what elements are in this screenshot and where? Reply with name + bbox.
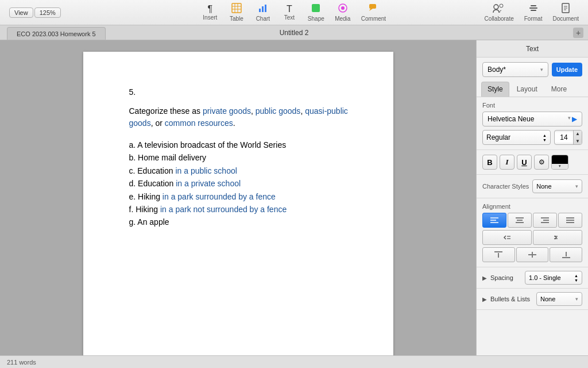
char-styles-row: Character Styles None ▾ [482, 179, 582, 193]
color-bottom: ▾ [552, 164, 568, 169]
panel-header: Text [477, 40, 588, 57]
alignment-grid [482, 213, 582, 262]
bold-button[interactable]: B [482, 155, 497, 170]
svg-rect-11 [369, 4, 376, 9]
text-icon: T [287, 5, 292, 14]
list-item: f. Hiking in a park not surrounded by a … [129, 203, 359, 216]
chevron-down-icon: ▾ [540, 67, 543, 72]
spacing-label: Spacing [490, 274, 513, 281]
update-button[interactable]: Update [552, 63, 582, 76]
list-item: a. A television broadcast of the World S… [129, 139, 359, 151]
shape-icon [311, 3, 321, 15]
sub-tabs: Style Layout More [477, 82, 588, 97]
spacing-section[interactable]: ▶ Spacing 1.0 - Single ▲ ▼ [477, 267, 588, 289]
list-item: b. Home mail delivery [129, 151, 359, 164]
text-options-button[interactable]: ⚙ [534, 155, 549, 170]
shape-label: Shape [308, 16, 324, 22]
collaborate-icon [493, 3, 505, 15]
bullets-label: Bullets & Lists [490, 296, 530, 302]
insert-button[interactable]: ¶ Insert [198, 3, 223, 22]
comment-icon [368, 3, 378, 15]
font-expand-btn[interactable]: ▶ [572, 115, 577, 123]
font-size-up-btn[interactable]: ▲ [574, 130, 582, 137]
document-area[interactable]: 5. Categorize these as private goods, pu… [0, 40, 476, 355]
vertical-middle-button[interactable] [516, 247, 549, 262]
stepper-icon: ▲ ▼ [543, 133, 547, 142]
comment-button[interactable]: Comment [357, 1, 390, 24]
chart-label: Chart [256, 16, 270, 22]
vertical-bottom-button[interactable] [550, 247, 582, 262]
media-button[interactable]: Media [330, 1, 355, 24]
collaborate-button[interactable]: Collaborate [480, 1, 519, 24]
font-section-label: Font [482, 102, 582, 109]
char-styles-dropdown[interactable]: None ▾ [532, 179, 582, 193]
toolbar-left: View 125% [5, 7, 148, 18]
insert-label: Insert [203, 14, 217, 21]
svg-point-10 [341, 6, 345, 10]
table-icon [231, 3, 242, 15]
view-zoom-group: View 125% [5, 7, 65, 18]
svg-rect-7 [265, 5, 266, 12]
page-content[interactable]: 5. Categorize these as private goods, pu… [129, 86, 359, 229]
svg-rect-15 [529, 7, 537, 9]
font-style-dropdown[interactable]: Regular ▲ ▼ [482, 130, 551, 145]
align-row-1 [482, 213, 582, 228]
font-name-dropdown[interactable]: Helvetica Neue ▾ ▶ [482, 112, 582, 126]
font-style-size-row: Regular ▲ ▼ ▲ ▼ [482, 130, 582, 145]
italic-button[interactable]: I [500, 155, 514, 170]
toolbar-right: Collaborate Format [440, 1, 583, 24]
table-button[interactable]: Table [224, 1, 249, 24]
insert-icon: ¶ [208, 5, 213, 14]
zoom-button[interactable]: 125% [34, 7, 61, 18]
align-center-button[interactable] [508, 213, 532, 228]
underline-button[interactable]: U [517, 155, 532, 170]
font-size-stepper[interactable]: ▲ ▼ [573, 130, 582, 145]
tab-homework[interactable]: ECO 2023.003 Homework 5 [7, 27, 106, 40]
toolbar: View 125% ¶ Insert Table [0, 0, 588, 25]
alignment-section: Alignment [477, 198, 588, 267]
svg-rect-5 [259, 9, 261, 12]
align-justify-button[interactable] [558, 213, 582, 228]
align-right-button[interactable] [533, 213, 557, 228]
word-count-bar: 211 words [0, 355, 588, 368]
media-label: Media [335, 16, 350, 22]
svg-point-14 [500, 4, 503, 7]
text-button[interactable]: T Text [277, 3, 302, 22]
svg-rect-17 [531, 10, 536, 11]
spacing-stepper: ▲ ▼ [574, 274, 578, 282]
text-label: Text [284, 14, 295, 21]
chevron-down-icon: ▾ [575, 183, 578, 189]
font-size-input[interactable] [555, 132, 573, 143]
active-document-title: Untitled 2 [280, 29, 309, 37]
style-dropdown[interactable]: Body* ▾ [482, 62, 548, 77]
bullets-section[interactable]: ▶ Bullets & Lists None ▾ [477, 289, 588, 310]
font-size-down-btn[interactable]: ▼ [574, 137, 582, 145]
view-button[interactable]: View [9, 7, 33, 18]
document-button[interactable]: Document [548, 1, 583, 24]
svg-rect-16 [531, 5, 536, 6]
format-row: B I U ⚙ ▾ [482, 155, 582, 170]
font-section: Font Helvetica Neue ▾ ▶ Regular ▲ ▼ [477, 97, 588, 150]
tab-more[interactable]: More [545, 82, 573, 97]
shape-button[interactable]: Shape [303, 1, 329, 24]
chevron-down-icon: ▾ [575, 296, 578, 302]
chart-button[interactable]: Chart [250, 1, 276, 24]
indent-decrease-button[interactable] [482, 230, 532, 245]
right-panel: Text Body* ▾ Update Style Layout More Fo… [476, 40, 588, 355]
spacing-dropdown[interactable]: 1.0 - Single ▲ ▼ [525, 271, 582, 285]
vertical-top-button[interactable] [482, 247, 515, 262]
tab-style[interactable]: Style [481, 82, 509, 97]
svg-point-13 [494, 5, 498, 9]
format-button[interactable]: Format [520, 1, 547, 24]
add-tab-button[interactable]: + [573, 28, 583, 38]
color-top [552, 155, 568, 164]
text-color-swatch[interactable]: ▾ [551, 155, 568, 170]
spacing-collapse-arrow: ▶ [482, 275, 487, 281]
main-area: 5. Categorize these as private goods, pu… [0, 40, 588, 355]
align-left-button[interactable] [482, 213, 506, 228]
svg-rect-0 [232, 3, 241, 13]
tab-layout[interactable]: Layout [510, 82, 544, 97]
font-size-control[interactable]: ▲ ▼ [554, 130, 582, 145]
bullets-dropdown[interactable]: None ▾ [536, 292, 582, 306]
indent-increase-button[interactable] [533, 230, 582, 245]
